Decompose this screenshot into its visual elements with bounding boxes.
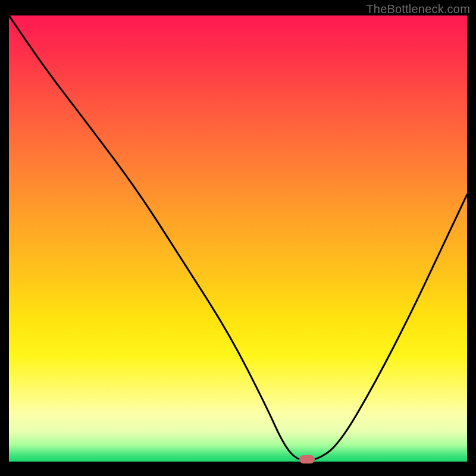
bottleneck-curve-path (9, 15, 467, 461)
watermark-text: TheBottleneck.com (366, 2, 470, 16)
optimal-point-marker (299, 455, 315, 464)
bottleneck-curve-svg (9, 15, 467, 463)
chart-frame: TheBottleneck.com (0, 0, 476, 476)
